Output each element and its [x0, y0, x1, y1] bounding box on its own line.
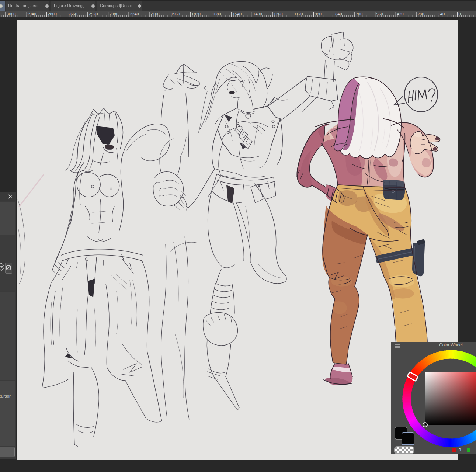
- svg-text:3080: 3080: [7, 12, 15, 16]
- svg-text:1260: 1260: [274, 12, 282, 16]
- svg-text:1540: 1540: [233, 12, 242, 16]
- svg-text:1820: 1820: [191, 12, 200, 16]
- svg-text:280: 280: [417, 12, 424, 16]
- svg-text:2520: 2520: [89, 12, 98, 16]
- svg-text:700: 700: [356, 12, 362, 16]
- svg-text:560: 560: [376, 12, 383, 16]
- svg-text:1960: 1960: [171, 12, 180, 16]
- svg-text:980: 980: [315, 12, 322, 16]
- svg-text:840: 840: [335, 12, 342, 16]
- svg-text:140: 140: [438, 12, 445, 16]
- svg-text:1680: 1680: [212, 12, 221, 16]
- svg-text:1120: 1120: [294, 12, 303, 16]
- svg-text:0: 0: [458, 12, 461, 16]
- svg-text:420: 420: [397, 12, 403, 16]
- svg-text:2380: 2380: [110, 12, 118, 16]
- svg-text:2660: 2660: [68, 12, 77, 16]
- svg-text:2100: 2100: [150, 12, 159, 16]
- svg-text:2240: 2240: [130, 12, 139, 16]
- svg-text:1400: 1400: [253, 12, 262, 16]
- svg-text:2800: 2800: [48, 12, 56, 16]
- svg-text:2940: 2940: [27, 12, 36, 16]
